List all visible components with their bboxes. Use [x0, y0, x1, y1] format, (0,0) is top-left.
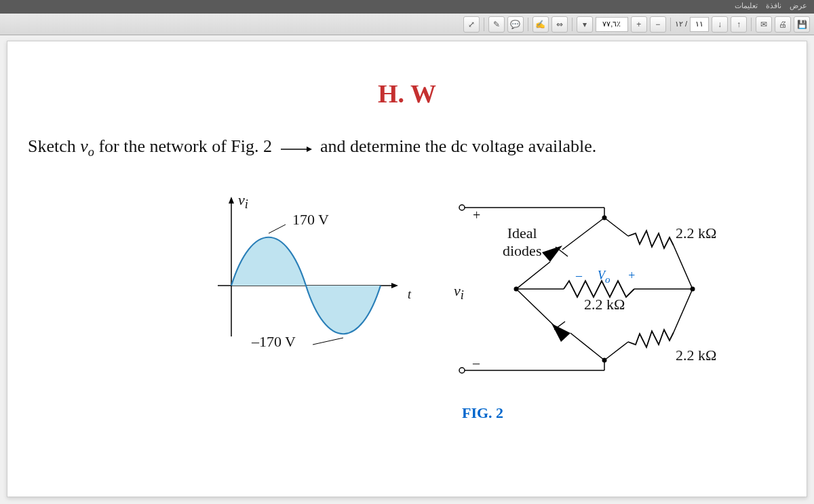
- svg-point-33: [602, 358, 607, 363]
- vo-plus: +: [627, 269, 636, 283]
- bridge-circuit: [435, 187, 774, 391]
- svg-line-27: [516, 289, 557, 328]
- svg-line-24: [570, 333, 604, 360]
- svg-point-30: [514, 287, 519, 292]
- document-page: H. W Sketch vo for the network of Fig. 2…: [7, 41, 807, 497]
- svg-marker-17: [542, 246, 562, 262]
- vo-label: Vo: [598, 269, 610, 286]
- figure-caption: FIG. 2: [462, 404, 503, 422]
- comment-icon[interactable]: 💬: [507, 16, 524, 33]
- figure-area: vi 170 V –170 V t: [28, 187, 786, 476]
- page-down-icon[interactable]: ↓: [712, 16, 728, 33]
- page-up-icon[interactable]: ↑: [731, 16, 747, 33]
- svg-line-7: [313, 338, 343, 345]
- highlight-icon[interactable]: ✎: [488, 16, 505, 33]
- svg-line-6: [269, 225, 286, 233]
- neg-peak-label: –170 V: [252, 333, 296, 351]
- r-load: 2.2 kΩ: [584, 296, 625, 313]
- svg-line-21: [674, 246, 693, 289]
- svg-line-19: [562, 218, 604, 250]
- svg-marker-3: [229, 197, 234, 203]
- menu-help[interactable]: تعليمات: [735, 1, 758, 12]
- svg-line-20: [604, 218, 628, 236]
- ideal-diodes-label: Idealdiodes: [503, 225, 541, 260]
- menu-bar: عرض نافذة تعليمات: [0, 0, 814, 14]
- page-current[interactable]: ١١: [690, 17, 709, 32]
- fit-width-icon[interactable]: ⇔: [551, 16, 568, 33]
- expand-icon[interactable]: ⤢: [463, 16, 480, 33]
- t-axis-label: t: [408, 288, 411, 302]
- signature-icon[interactable]: ✍: [532, 16, 549, 33]
- zoom-in-icon[interactable]: +: [631, 16, 647, 33]
- page-total: ١٢ /: [675, 20, 687, 28]
- print-icon[interactable]: 🖨: [775, 16, 791, 33]
- pos-peak-label: 170 V: [292, 211, 329, 229]
- menu-window[interactable]: نافذة: [766, 1, 781, 12]
- vi-axis-label: vi: [238, 191, 248, 212]
- problem-statement: Sketch vo for the network of Fig. 2 and …: [28, 136, 786, 159]
- svg-point-8: [459, 205, 465, 210]
- save-icon[interactable]: 💾: [794, 16, 810, 33]
- r-top-right: 2.2 kΩ: [676, 225, 716, 242]
- svg-point-32: [602, 216, 607, 220]
- svg-line-22: [674, 289, 693, 332]
- menu-view[interactable]: عرض: [790, 1, 807, 12]
- zoom-out-icon[interactable]: −: [650, 16, 666, 33]
- vin-minus: –: [473, 355, 480, 371]
- toolbar: ⤢ ✎ 💬 ✍ ⇔ ▾ ٧٧,٦٪ + − ١٢ / ١١ ↓ ↑ ✉ 🖨 💾: [0, 14, 814, 35]
- svg-line-23: [604, 342, 628, 360]
- svg-point-10: [459, 368, 465, 373]
- zoom-level[interactable]: ٧٧,٦٪: [596, 17, 628, 32]
- zoom-dropdown-icon[interactable]: ▾: [577, 16, 593, 33]
- svg-marker-5: [391, 283, 398, 288]
- vin-plus: +: [473, 208, 480, 223]
- vo-minus: –: [576, 269, 582, 283]
- svg-marker-1: [307, 147, 312, 152]
- vin-label: vi: [454, 282, 464, 303]
- svg-point-31: [691, 287, 695, 292]
- r-bottom-right: 2.2 kΩ: [676, 347, 716, 364]
- svg-line-16: [516, 262, 550, 289]
- page-title: H. W: [7, 79, 807, 109]
- email-icon[interactable]: ✉: [756, 16, 772, 33]
